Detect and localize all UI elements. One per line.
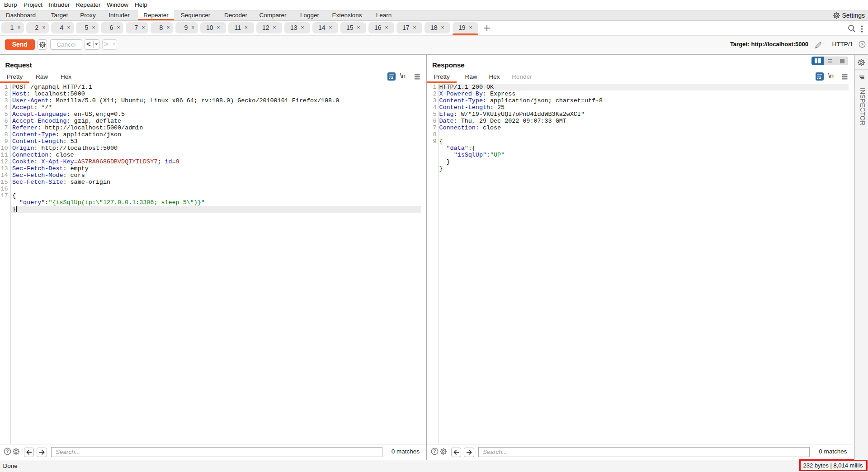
svg-text:?: ? [433, 449, 436, 454]
svg-text:?: ? [861, 42, 863, 47]
svg-text:?: ? [6, 449, 9, 454]
